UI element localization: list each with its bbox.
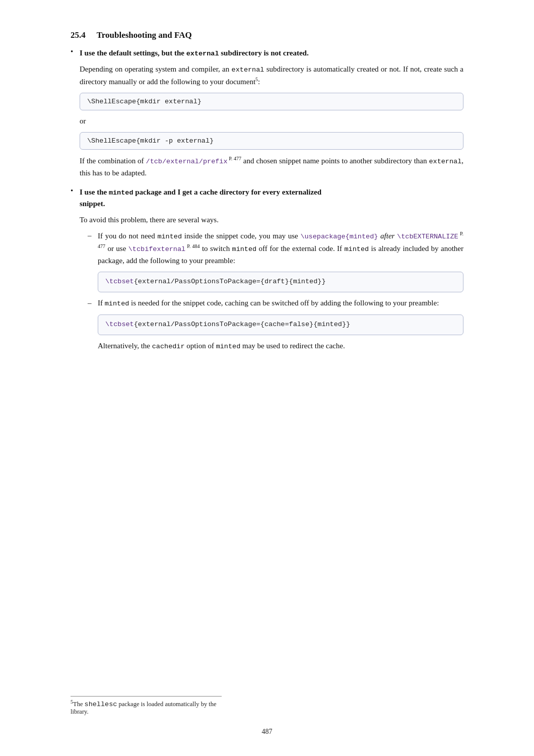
footnote-num: 5 [71,699,73,705]
section-heading: 25.4 Troubleshooting and FAQ [71,30,463,40]
code-text-1: \ShellEscape{mkdir external} [87,98,202,105]
bullet1-after-code: If the combination of /tcb/external/pref… [80,155,463,179]
sub-item-1: If you do not need minted inside the sni… [88,230,463,292]
code-box-3: \tcbset{external/PassOptionsToPackage={d… [98,272,463,292]
bullet2-intro: To avoid this problem, there are several… [80,214,463,226]
section-number: 25.4 [71,30,86,40]
main-list: I use the default settings, but the exte… [71,47,463,352]
bullet1-body: Depending on operating system and compil… [80,64,463,88]
mono-minted-3: minted [345,245,369,253]
bullet2-title: I use the minted package and I get a cac… [80,188,321,208]
mono-external-2: external [429,158,461,165]
ref-p477-1: P. 477 [228,156,241,161]
ref-p484: P. 484 [185,243,199,249]
code-box-2: \ShellEscape{mkdir -p external} [80,132,463,150]
page-number: 487 [0,728,534,736]
bullet1-title: I use the default settings, but the exte… [80,49,309,57]
cmd-tcbext: \tcbEXTERNALIZE [397,233,458,240]
mono-minted-4: minted [105,300,129,307]
or-label: or [80,115,463,127]
footnote-ref-5: 5 [255,77,258,82]
section-title: Troubleshooting and FAQ [97,30,192,40]
list-item-2: I use the minted package and I get a cac… [71,186,463,352]
code-text-4: \tcbset{external/PassOptionsToPackage={c… [105,321,350,328]
footnote-mono: shellesc [85,701,117,708]
sub2-after-code: Alternatively, the cachedir option of mi… [98,340,463,352]
italic-after: after [380,232,394,240]
sub2-text: If minted is needed for the snippet code… [98,299,439,307]
mono-minted-5: minted [216,343,241,350]
mono-cachedir: cachedir [152,343,185,350]
code-text-3: \tcbset{external/PassOptionsToPackage={d… [105,278,325,285]
cmd-tcbifext: \tcbifexternal [128,245,185,253]
mono-minted-1: minted [157,233,182,240]
sub-item-2: If minted is needed for the snippet code… [88,297,463,352]
mono-external: external [232,66,264,74]
code-box-4: \tcbset{external/PassOptionsToPackage={c… [98,314,463,335]
mono-minted-2: minted [232,245,257,253]
footnote-5: 5The shellesc package is loaded automati… [71,701,217,715]
page-number-text: 487 [262,728,273,735]
sub1-text: If you do not need minted inside the sni… [98,232,463,265]
cmd-usepackage: \usepackage{minted} [300,233,378,240]
bullet2-title-line: I use the minted package and I get a cac… [80,186,463,210]
code-box-1: \ShellEscape{mkdir external} [80,93,463,110]
path-cmd: /tcb/external/prefix [146,158,228,165]
bullet1-title-line: I use the default settings, but the exte… [80,47,463,59]
footnote-area: 5The shellesc package is loaded automati… [71,696,222,716]
sub-list: If you do not need minted inside the sni… [80,230,463,352]
code-text-2: \ShellEscape{mkdir -p external} [87,137,214,145]
list-item-1: I use the default settings, but the exte… [71,47,463,179]
